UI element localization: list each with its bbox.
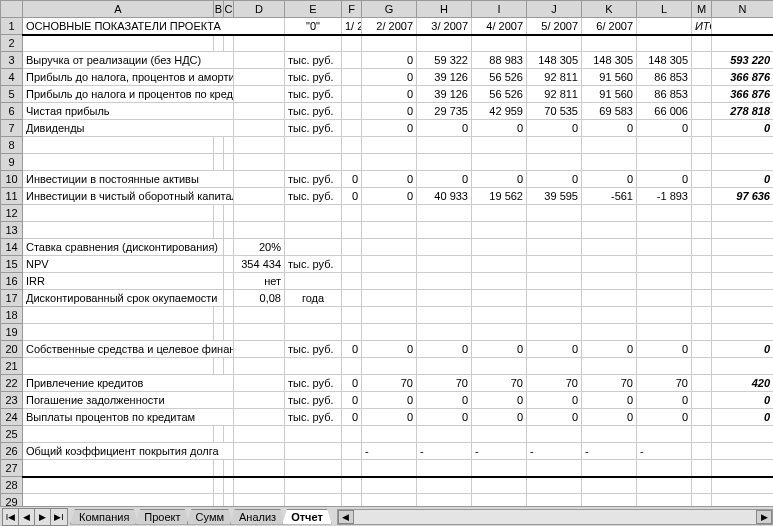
sheet-tab-sum[interactable]: Сумм <box>187 509 233 525</box>
cell[interactable]: 0 <box>637 392 692 409</box>
cell[interactable]: 91 560 <box>582 69 637 86</box>
cell[interactable]: 70 <box>582 375 637 392</box>
cell[interactable]: Прибыль до налога и процентов по кредита… <box>23 86 234 103</box>
row-29[interactable]: 29 <box>1 494 774 507</box>
cell[interactable]: 0 <box>527 171 582 188</box>
cell[interactable]: - <box>417 443 472 460</box>
tab-next-icon[interactable]: ▶ <box>35 509 51 525</box>
cell[interactable]: -561 <box>582 188 637 205</box>
cell[interactable]: 0 <box>342 188 362 205</box>
row-21[interactable]: 21 <box>1 358 774 375</box>
cell[interactable]: Ставка сравнения (дисконтирования) <box>23 239 224 256</box>
cell[interactable]: Выручка от реализации (без НДС) <box>23 52 234 69</box>
col-header-l[interactable]: L <box>637 1 692 18</box>
scroll-right-icon[interactable]: ▶ <box>756 510 772 524</box>
cell[interactable]: 3/ 2007 <box>417 18 472 35</box>
col-header-n[interactable]: N <box>712 1 774 18</box>
cell[interactable]: года <box>285 290 342 307</box>
row-14[interactable]: 14Ставка сравнения (дисконтирования) 20% <box>1 239 774 256</box>
cell[interactable]: тыс. руб. <box>285 171 342 188</box>
col-header-d[interactable]: D <box>234 1 285 18</box>
cell[interactable]: 278 818 <box>712 103 774 120</box>
cell[interactable]: 0 <box>527 409 582 426</box>
cell[interactable]: 0 <box>362 171 417 188</box>
cell[interactable]: 70 <box>472 375 527 392</box>
cell[interactable]: тыс. руб. <box>285 375 342 392</box>
cell[interactable]: 0 <box>362 86 417 103</box>
cell[interactable]: 70 <box>527 375 582 392</box>
cell[interactable]: Привлечение кредитов <box>23 375 234 392</box>
cell[interactable]: 70 <box>417 375 472 392</box>
cell[interactable]: 0 <box>342 375 362 392</box>
row-22[interactable]: 22Привлечение кредитов тыс. руб. 0 7070 … <box>1 375 774 392</box>
col-header-m[interactable]: M <box>692 1 712 18</box>
cell[interactable]: Погашение задолженности <box>23 392 234 409</box>
cell[interactable]: 354 434 <box>234 256 285 273</box>
cell[interactable]: - <box>362 443 417 460</box>
cell[interactable]: - <box>527 443 582 460</box>
cell[interactable]: Собственные средства и целевое финансиро… <box>23 341 234 358</box>
col-header-f[interactable]: F <box>342 1 362 18</box>
cell[interactable]: 0 <box>582 409 637 426</box>
cell[interactable]: 0 <box>582 341 637 358</box>
cell[interactable]: Дивиденды <box>23 120 234 137</box>
cell[interactable]: 0 <box>362 69 417 86</box>
cell[interactable]: 66 006 <box>637 103 692 120</box>
col-header-b[interactable]: B <box>214 1 224 18</box>
row-5[interactable]: 5Прибыль до налога и процентов по кредит… <box>1 86 774 103</box>
sheet-tab-company[interactable]: Компания <box>70 509 138 525</box>
cell[interactable]: 39 126 <box>417 69 472 86</box>
cell[interactable]: - <box>582 443 637 460</box>
cell[interactable] <box>637 18 692 35</box>
tab-last-icon[interactable]: ▶I <box>51 509 67 525</box>
cell[interactable]: 0 <box>472 409 527 426</box>
row-6[interactable]: 6Чистая прибыль тыс. руб. 029 735 42 959… <box>1 103 774 120</box>
row-4[interactable]: 4Прибыль до налога, процентов и амортиза… <box>1 69 774 86</box>
cell[interactable]: тыс. руб. <box>285 120 342 137</box>
cell[interactable]: 0 <box>342 392 362 409</box>
tab-prev-icon[interactable]: ◀ <box>19 509 35 525</box>
row-18[interactable]: 18 <box>1 307 774 324</box>
cell[interactable]: 70 <box>637 375 692 392</box>
cell[interactable]: Инвестиции в чистый оборотный капитал <box>23 188 234 205</box>
cell[interactable]: Прибыль до налога, процентов и амортизац… <box>23 69 234 86</box>
cell[interactable]: тыс. руб. <box>285 256 342 273</box>
cell[interactable]: 70 535 <box>527 103 582 120</box>
cell[interactable]: 0 <box>637 171 692 188</box>
cell[interactable]: тыс. руб. <box>285 341 342 358</box>
cell[interactable]: 0 <box>417 341 472 358</box>
row-27[interactable]: 27 <box>1 460 774 477</box>
cell[interactable]: 0 <box>712 409 774 426</box>
col-header-i[interactable]: I <box>472 1 527 18</box>
cell[interactable]: 0 <box>712 341 774 358</box>
cell[interactable]: 39 126 <box>417 86 472 103</box>
cell[interactable]: 40 933 <box>417 188 472 205</box>
cell[interactable]: 91 560 <box>582 86 637 103</box>
cell[interactable]: 366 876 <box>712 86 774 103</box>
sheet-tab-project[interactable]: Проект <box>135 509 189 525</box>
total-header[interactable]: ИТОГО <box>692 18 712 35</box>
col-header-g[interactable]: G <box>362 1 417 18</box>
cell[interactable]: 0 <box>527 120 582 137</box>
row-3[interactable]: 3Выручка от реализации (без НДС) тыс. ру… <box>1 52 774 69</box>
scroll-left-icon[interactable]: ◀ <box>338 510 354 524</box>
cell[interactable]: 0 <box>712 171 774 188</box>
cell[interactable]: 0 <box>342 341 362 358</box>
cell[interactable]: 56 526 <box>472 86 527 103</box>
cell[interactable]: 148 305 <box>527 52 582 69</box>
cell[interactable]: 0 <box>637 409 692 426</box>
cell[interactable]: 20% <box>234 239 285 256</box>
cell[interactable]: 0 <box>472 341 527 358</box>
cell[interactable]: 29 735 <box>417 103 472 120</box>
cell[interactable]: 59 322 <box>417 52 472 69</box>
row-2[interactable]: 2 <box>1 35 774 52</box>
col-header-a[interactable]: A <box>23 1 214 18</box>
cell[interactable]: 56 526 <box>472 69 527 86</box>
cell[interactable]: 0 <box>712 392 774 409</box>
cell[interactable]: Дисконтированный срок окупаемости <box>23 290 224 307</box>
spreadsheet-grid[interactable]: A B C D E F G H I J K L M N 1 ОСНОВНЫЕ П… <box>0 0 773 506</box>
sheet-tab-report[interactable]: Отчет <box>282 509 332 525</box>
cell[interactable]: 148 305 <box>582 52 637 69</box>
cell[interactable]: 19 562 <box>472 188 527 205</box>
cell[interactable]: 0 <box>472 171 527 188</box>
